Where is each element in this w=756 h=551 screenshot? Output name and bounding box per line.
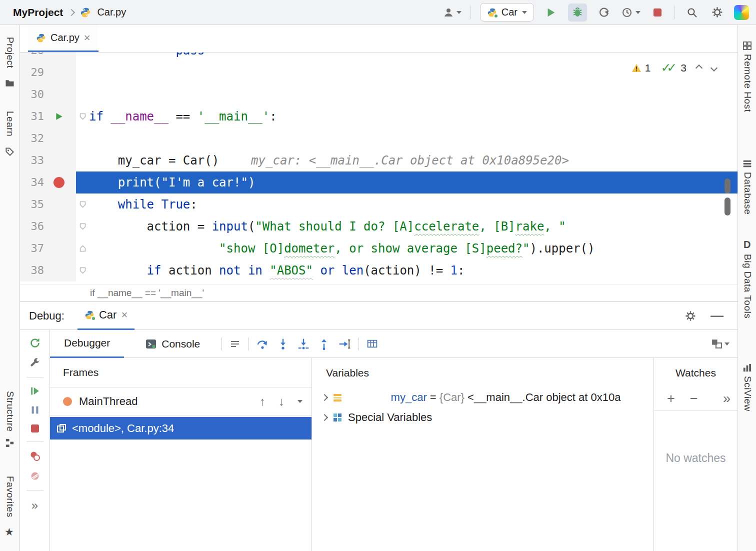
previous-frame-button[interactable]: ↑ [260,394,266,408]
mute-breakpoints-button[interactable] [29,470,41,482]
code-text[interactable]: while True: [89,194,198,216]
more-actions-button[interactable]: » [32,498,38,512]
gutter[interactable]: 30 [20,84,76,106]
gutter[interactable]: 32 [20,128,76,150]
breakpoint-icon[interactable] [44,172,74,194]
view-breakpoints-button[interactable] [29,450,41,462]
resume-button[interactable] [30,386,40,396]
settings-button[interactable] [709,4,725,20]
stop-button[interactable] [30,424,40,434]
thread-selector[interactable]: MainThread ↑ ↓ [50,388,312,416]
tab-console[interactable]: Console [132,330,214,358]
hide-icon[interactable]: — [710,308,724,324]
code-line-32[interactable]: 32 [20,128,738,150]
remove-watch-button[interactable]: − [690,391,698,406]
debug-configuration-button[interactable] [29,357,41,369]
more-watches-button[interactable]: » [723,391,730,406]
scrollbar-thumb[interactable] [724,178,730,194]
step-out-button[interactable] [318,338,330,350]
search-everywhere-button[interactable] [684,4,700,20]
code-line-34[interactable]: 34 print("I'm a car!") [20,172,738,194]
tool-window-database[interactable]: Database [742,172,753,214]
step-over-button[interactable] [256,338,269,350]
code-line-28[interactable]: 28 pass [20,52,738,62]
step-into-button[interactable] [276,338,290,350]
stack-frame-row[interactable]: <module>, Car.py:34 [50,417,312,440]
gutter[interactable]: 33 [20,150,76,172]
code-text[interactable]: if __name__ == '__main__': [89,106,277,128]
code-line-33[interactable]: 33 my_car = Car()my_car: <__main__.Car o… [20,150,738,172]
gutter[interactable]: 31 [20,106,76,128]
coverage-button[interactable] [596,4,612,20]
code-text[interactable]: print("I'm a car!") [89,172,255,194]
code-line-29[interactable]: 29 [20,62,738,84]
debug-settings-button[interactable] [684,310,696,322]
gutter[interactable]: 36 [20,216,76,238]
pause-button[interactable] [30,404,40,416]
tool-window-remote-host[interactable]: Remote Host [742,54,753,112]
expand-chevron-icon[interactable] [321,414,328,421]
breadcrumb[interactable]: if __name__ == '__main__' [90,288,204,298]
next-problem-icon[interactable] [710,64,718,71]
close-icon[interactable]: × [121,310,128,320]
stop-button[interactable] [650,4,666,20]
tab-debugger[interactable]: Debugger [50,330,124,358]
scrollbar-thumb[interactable] [724,198,730,216]
file-breadcrumb[interactable]: Car.py [97,6,126,18]
debug-button[interactable] [568,4,587,22]
tool-window-big-data-tools[interactable]: Big Data Tools [742,254,753,318]
run-line-icon[interactable] [44,106,74,128]
special-variables-row[interactable]: Special Variables [312,408,654,428]
gutter[interactable]: 35 [20,194,76,216]
close-icon[interactable]: × [84,32,90,44]
code-with-me-button[interactable] [442,4,462,20]
gutter[interactable]: 34 [20,172,76,194]
step-into-my-code-button[interactable] [297,338,310,350]
big-data-tools-icon[interactable]: D [744,239,750,250]
code-text[interactable]: action = input("What should I do? [A]cce… [89,216,566,238]
project-breadcrumb[interactable]: MyProject [13,6,63,18]
view-breakpoints-grid-button[interactable] [366,338,378,350]
editor-tab-carpy[interactable]: Car.py × [28,25,98,52]
code-editor[interactable]: 28 pass293031if __name__ == '__main__':3… [20,52,738,284]
expand-chevron-icon[interactable] [321,394,328,401]
chevron-down-icon[interactable] [298,400,302,406]
sciview-icon[interactable] [742,363,752,372]
run-to-cursor-button[interactable] [338,338,351,350]
tool-window-structure[interactable]: Structure [4,391,16,432]
variable-row[interactable]: my_car = {Car} <__main__.Car object at 0… [312,388,654,408]
rerun-button[interactable] [29,337,41,349]
code-line-36[interactable]: 36 action = input("What should I do? [A]… [20,216,738,238]
gutter[interactable]: 29 [20,62,76,84]
debug-session-tab[interactable]: Car × [78,302,134,330]
code-text[interactable]: pass [89,52,204,62]
code-text[interactable]: my_car = Car() [89,150,219,172]
folder-icon[interactable] [5,79,14,88]
database-icon[interactable] [742,159,752,168]
code-line-38[interactable]: 38 if action not in "ABOS" or len(action… [20,260,738,282]
remote-host-icon[interactable] [742,41,752,50]
code-line-30[interactable]: 30 [20,84,738,106]
view-options-button[interactable] [230,338,240,350]
run-button[interactable] [543,4,559,20]
tool-window-favorites[interactable]: Favorites [4,476,16,518]
gutter[interactable]: 37 [20,238,76,260]
gutter[interactable]: 28 [20,52,76,62]
gutter[interactable]: 38 [20,260,76,282]
tool-window-project[interactable]: Project [4,37,16,68]
tool-window-sciview[interactable]: SciView [742,376,753,412]
layout-settings-button[interactable] [711,338,730,350]
run-config-selector[interactable]: Car [480,3,534,22]
previous-problem-icon[interactable] [696,64,702,71]
tag-icon[interactable] [5,147,14,156]
star-icon[interactable]: ★ [4,526,14,538]
warnings-indicator[interactable]: 1 [632,62,651,74]
code-line-31[interactable]: 31if __name__ == '__main__': [20,106,738,128]
next-frame-button[interactable]: ↓ [278,394,284,408]
passed-indicator[interactable]: ✓✓ 3 [660,60,686,75]
code-line-37[interactable]: 37 "show [O]dometer, or show average [S]… [20,238,738,260]
structure-icon[interactable] [5,438,14,448]
code-line-35[interactable]: 35 while True: [20,194,738,216]
code-text[interactable]: if action not in "ABOS" or len(action) !… [89,260,464,282]
profiler-button[interactable] [621,4,640,20]
